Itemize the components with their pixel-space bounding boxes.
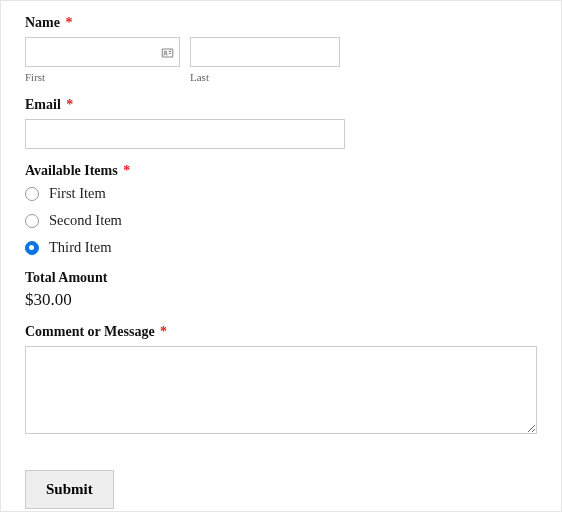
name-row: First Last [25,37,537,83]
items-radio-group: First Item Second Item Third Item [25,185,537,256]
total-field: Total Amount $30.00 [25,270,537,310]
items-label-text: Available Items [25,163,118,178]
radio-icon [25,214,39,228]
comment-label-text: Comment or Message [25,324,155,339]
last-name-col: Last [190,37,340,83]
comment-textarea[interactable] [25,346,537,434]
items-option[interactable]: Second Item [25,212,537,229]
required-mark: * [66,15,73,30]
first-name-input[interactable] [25,37,180,67]
name-label-text: Name [25,15,60,30]
total-label: Total Amount [25,270,537,286]
comment-label: Comment or Message * [25,324,537,340]
name-label: Name * [25,15,537,31]
items-option-label: First Item [49,185,106,202]
radio-icon [25,241,39,255]
email-label-text: Email [25,97,61,112]
required-mark: * [160,324,167,339]
name-field: Name * First [25,15,537,83]
items-field: Available Items * First Item Second Item… [25,163,537,256]
items-option[interactable]: First Item [25,185,537,202]
items-label: Available Items * [25,163,537,179]
email-field: Email * [25,97,537,149]
email-label: Email * [25,97,537,113]
email-input[interactable] [25,119,345,149]
required-mark: * [66,97,73,112]
items-option-label: Second Item [49,212,122,229]
first-sublabel: First [25,71,180,83]
radio-icon [25,187,39,201]
first-name-wrap [25,37,180,67]
comment-field: Comment or Message * [25,324,537,438]
form-container: Name * First [0,0,562,512]
items-option[interactable]: Third Item [25,239,537,256]
submit-button[interactable]: Submit [25,470,114,509]
first-name-col: First [25,37,180,83]
required-mark: * [123,163,130,178]
items-option-label: Third Item [49,239,111,256]
total-value: $30.00 [25,290,537,310]
last-name-input[interactable] [190,37,340,67]
last-sublabel: Last [190,71,340,83]
